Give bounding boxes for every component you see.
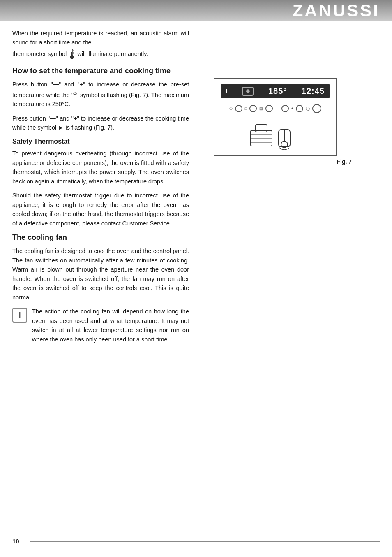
section1-para2: Press button "—" and "+" to increase or … [12, 114, 189, 132]
svg-rect-2 [71, 52, 72, 57]
intro-paragraph-1: When the required temperature is reached… [12, 29, 189, 47]
btn-icons-row: ① □ ▤ — + ◯ [229, 104, 322, 113]
display-indicator: I [226, 88, 228, 95]
oven-knob-area [221, 118, 330, 151]
display-fan-icon-box: ⚉ [242, 87, 254, 96]
section2-para2: Should the safety thermostat trigger due… [12, 191, 189, 228]
section1-para1: Press button "—" and "+" to increase or … [12, 80, 189, 109]
btn-circle-minus[interactable] [281, 105, 289, 112]
btn-circle-plus[interactable] [296, 105, 303, 112]
btn-circle-2[interactable] [249, 105, 257, 112]
minus-button-label: — [53, 81, 59, 88]
display-top: I ⚉ 185° 12:45 [221, 84, 330, 98]
display-buttons-row: ① □ ▤ — + ◯ [221, 102, 330, 115]
section3-para1: The cooling fan is designed to cool the … [12, 246, 189, 302]
section2-para1: To prevent dangerous overheating (throug… [12, 149, 189, 186]
figure-label: Fig. 7 [197, 158, 353, 165]
right-column: I ⚉ 185° 12:45 ① □ ▤ — [197, 29, 353, 348]
header-bar: ZANUSSI [0, 0, 392, 21]
plus-button-label: + [80, 81, 83, 88]
left-column: When the required temperature is reached… [12, 29, 189, 348]
thermometer-line: thermometer symbol will illuminate perma… [12, 48, 189, 60]
section1-heading: How to set the temperature and cooking t… [12, 66, 189, 76]
info-box: i The action of the cooling fan will dep… [12, 307, 189, 344]
info-icon: i [12, 308, 27, 323]
btn-circle-1[interactable] [235, 105, 242, 112]
btn-icon-clock: ◯ [306, 107, 310, 111]
oven-display-figure: I ⚉ 185° 12:45 ① □ ▤ — [214, 78, 337, 156]
display-temperature: 185° [268, 86, 287, 96]
oven-knob-svg [247, 118, 304, 151]
section2-heading: Safety Thermostat [12, 137, 189, 146]
display-time: 12:45 [302, 86, 325, 96]
btn-icon-3: ▤ [259, 107, 263, 111]
btn-minus-label: — [275, 107, 279, 111]
brand-logo: ZANUSSI [293, 1, 380, 21]
btn-icon-2: □ [245, 107, 247, 111]
page-number: 10 [12, 538, 22, 545]
bottom-line [30, 541, 380, 542]
minus-button-label-2: — [50, 115, 56, 122]
main-content: When the required temperature is reached… [0, 21, 392, 356]
degree-symbol: o [74, 90, 76, 96]
svg-rect-6 [251, 130, 272, 146]
info-box-text: The action of the cooling fan will depen… [32, 307, 189, 344]
svg-rect-7 [256, 125, 267, 132]
fan-icon: ⚉ [246, 88, 250, 94]
plus-button-label-2: + [74, 115, 77, 122]
btn-circle-3[interactable] [265, 105, 273, 112]
btn-plus-label: + [291, 107, 293, 111]
btn-icon-1: ① [229, 107, 233, 111]
btn-circle-large[interactable] [312, 104, 321, 113]
thermometer-icon [68, 48, 76, 60]
bottom-bar: 10 [0, 538, 392, 545]
section3-heading: The cooling fan [12, 233, 189, 242]
